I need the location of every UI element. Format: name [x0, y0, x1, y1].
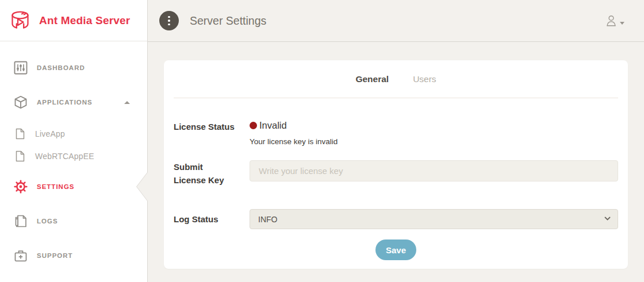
license-status-value: Invalid — [250, 120, 618, 131]
logs-icon — [14, 214, 28, 228]
license-status-description: Your license key is invalid — [250, 137, 618, 146]
sidebar-item-label: DASHBOARD — [37, 64, 85, 71]
sidebar-item-label: LOGS — [37, 218, 58, 225]
sidebar-item-label: APPLICATIONS — [37, 99, 93, 106]
sidebar-item-label: LiveApp — [35, 129, 65, 138]
box-icon — [14, 95, 28, 109]
sidebar-item-dashboard[interactable]: DASHBOARD — [0, 57, 147, 78]
license-key-row: Submit License Key — [174, 160, 618, 187]
save-button[interactable]: Save — [375, 239, 416, 260]
sidebar-item-label: SETTINGS — [37, 183, 75, 190]
support-icon — [14, 249, 28, 262]
license-key-input[interactable] — [250, 160, 618, 181]
gear-icon — [14, 180, 28, 194]
user-menu[interactable] — [605, 14, 624, 27]
sidebar-item-webrtcappee[interactable]: WebRTCAppEE — [0, 148, 147, 165]
tab-users[interactable]: Users — [412, 72, 437, 87]
sidebar-item-liveapp[interactable]: LiveApp — [0, 125, 147, 142]
brand-logo-icon — [8, 10, 32, 32]
sidebar-item-label: WebRTCAppEE — [35, 152, 94, 161]
page-title: Server Settings — [190, 14, 266, 28]
user-icon — [605, 14, 618, 27]
sidebar-item-applications[interactable]: APPLICATIONS — [0, 92, 147, 113]
sliders-icon — [14, 61, 28, 75]
license-status-row: License Status Invalid Your license key … — [174, 120, 618, 146]
sidebar-item-logs[interactable]: LOGS — [0, 211, 147, 231]
sidebar-item-settings[interactable]: SETTINGS — [0, 176, 147, 197]
tab-general[interactable]: General — [354, 72, 390, 87]
brand[interactable]: Ant Media Server — [0, 0, 147, 41]
server-settings-panel: General Users License Status Invalid You… — [164, 60, 628, 269]
log-status-select[interactable]: INFO — [250, 209, 618, 229]
general-settings-form: License Status Invalid Your license key … — [164, 120, 628, 260]
status-dot-icon — [250, 122, 257, 129]
kebab-icon — [168, 16, 170, 18]
tab-bar: General Users — [174, 60, 618, 98]
kebab-menu-button[interactable] — [159, 11, 179, 30]
chevron-down-icon — [620, 22, 624, 25]
brand-name: Ant Media Server — [39, 14, 130, 27]
active-item-notch — [137, 172, 148, 201]
main-area: Server Settings General Users License St… — [148, 0, 644, 282]
log-status-row: Log Status INFO — [174, 209, 618, 229]
sidebar-item-label: SUPPORT — [37, 252, 73, 259]
license-status-label: License Status — [174, 120, 250, 146]
status-text: Invalid — [259, 120, 287, 131]
sidebar-nav: DASHBOARD APPLICATIONS LiveApp — [0, 41, 147, 266]
log-status-label: Log Status — [174, 213, 250, 226]
sidebar: Ant Media Server DASHBOARD — [0, 0, 148, 282]
license-key-label: Submit License Key — [174, 160, 250, 187]
topbar: Server Settings — [148, 0, 644, 42]
caret-up-icon[interactable] — [124, 101, 130, 104]
file-icon — [16, 128, 25, 140]
sidebar-item-support[interactable]: SUPPORT — [0, 245, 147, 266]
file-icon — [16, 150, 25, 162]
